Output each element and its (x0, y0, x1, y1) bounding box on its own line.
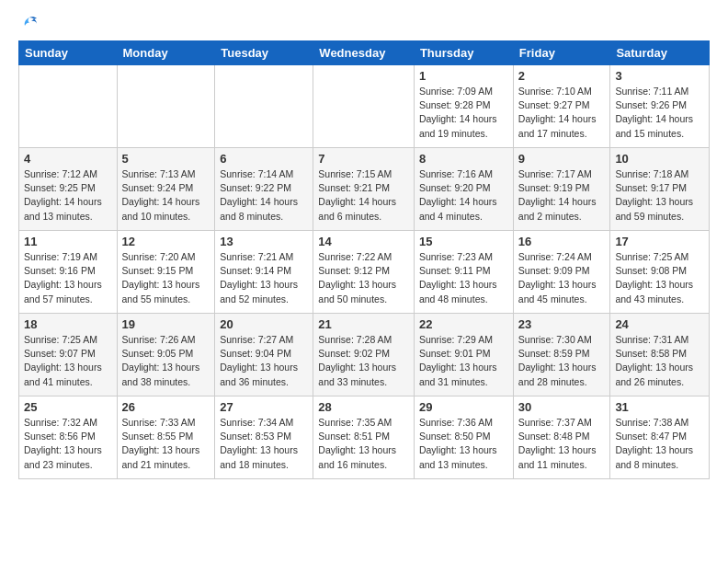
header-friday: Friday (513, 41, 610, 65)
day-info: Sunrise: 7:26 AM Sunset: 9:05 PM Dayligh… (122, 333, 210, 389)
day-number: 23 (518, 317, 606, 331)
day-info: Sunrise: 7:25 AM Sunset: 9:08 PM Dayligh… (615, 250, 704, 306)
day-number: 31 (615, 400, 704, 414)
calendar-cell: 26Sunrise: 7:33 AM Sunset: 8:55 PM Dayli… (117, 396, 215, 479)
calendar-cell: 29Sunrise: 7:36 AM Sunset: 8:50 PM Dayli… (414, 396, 513, 479)
day-number: 15 (419, 235, 508, 248)
calendar-cell (313, 65, 415, 148)
header-wednesday: Wednesday (313, 41, 415, 65)
calendar-cell (19, 65, 118, 148)
day-info: Sunrise: 7:32 AM Sunset: 8:56 PM Dayligh… (24, 416, 112, 472)
day-number: 2 (518, 69, 606, 83)
day-info: Sunrise: 7:27 AM Sunset: 9:04 PM Dayligh… (220, 333, 308, 389)
day-number: 22 (419, 317, 508, 331)
day-info: Sunrise: 7:15 AM Sunset: 9:21 PM Dayligh… (318, 167, 409, 224)
week-row-2: 11Sunrise: 7:19 AM Sunset: 9:16 PM Dayli… (19, 231, 710, 314)
calendar-cell: 30Sunrise: 7:37 AM Sunset: 8:48 PM Dayli… (513, 396, 610, 479)
calendar-cell: 3Sunrise: 7:11 AM Sunset: 9:26 PM Daylig… (610, 65, 710, 148)
day-number: 7 (318, 152, 409, 166)
day-info: Sunrise: 7:29 AM Sunset: 9:01 PM Dayligh… (419, 333, 508, 389)
day-info: Sunrise: 7:16 AM Sunset: 9:20 PM Dayligh… (419, 167, 508, 224)
calendar-cell: 4Sunrise: 7:12 AM Sunset: 9:25 PM Daylig… (19, 148, 118, 231)
day-number: 26 (122, 400, 210, 414)
day-info: Sunrise: 7:34 AM Sunset: 8:53 PM Dayligh… (220, 416, 308, 472)
day-number: 18 (24, 317, 112, 331)
day-info: Sunrise: 7:10 AM Sunset: 9:27 PM Dayligh… (518, 85, 606, 141)
day-info: Sunrise: 7:18 AM Sunset: 9:17 PM Dayligh… (615, 167, 704, 224)
calendar-cell: 31Sunrise: 7:38 AM Sunset: 8:47 PM Dayli… (610, 396, 710, 479)
day-info: Sunrise: 7:30 AM Sunset: 8:59 PM Dayligh… (518, 333, 606, 389)
calendar-cell: 15Sunrise: 7:23 AM Sunset: 9:11 PM Dayli… (414, 231, 513, 314)
calendar-cell: 20Sunrise: 7:27 AM Sunset: 9:04 PM Dayli… (215, 314, 313, 396)
calendar-cell (117, 65, 215, 148)
day-number: 12 (122, 235, 210, 248)
header-row: SundayMondayTuesdayWednesdayThursdayFrid… (19, 41, 710, 65)
calendar-table: SundayMondayTuesdayWednesdayThursdayFrid… (18, 40, 710, 479)
day-number: 14 (318, 235, 409, 248)
calendar-cell: 19Sunrise: 7:26 AM Sunset: 9:05 PM Dayli… (117, 314, 215, 396)
calendar-cell: 10Sunrise: 7:18 AM Sunset: 9:17 PM Dayli… (610, 148, 710, 231)
day-number: 1 (419, 69, 508, 83)
day-info: Sunrise: 7:22 AM Sunset: 9:12 PM Dayligh… (318, 250, 409, 306)
calendar-cell: 17Sunrise: 7:25 AM Sunset: 9:08 PM Dayli… (610, 231, 710, 314)
day-number: 8 (419, 152, 508, 166)
day-number: 20 (220, 317, 308, 331)
day-number: 6 (220, 152, 308, 166)
day-info: Sunrise: 7:23 AM Sunset: 9:11 PM Dayligh… (419, 250, 508, 306)
day-info: Sunrise: 7:21 AM Sunset: 9:14 PM Dayligh… (220, 250, 308, 306)
logo (18, 15, 39, 33)
calendar-body: 1Sunrise: 7:09 AM Sunset: 9:28 PM Daylig… (19, 65, 710, 479)
day-number: 28 (318, 400, 409, 414)
calendar-cell: 25Sunrise: 7:32 AM Sunset: 8:56 PM Dayli… (19, 396, 118, 479)
day-info: Sunrise: 7:13 AM Sunset: 9:24 PM Dayligh… (122, 167, 210, 224)
day-number: 11 (24, 235, 112, 248)
header-thursday: Thursday (414, 41, 513, 65)
calendar-cell: 27Sunrise: 7:34 AM Sunset: 8:53 PM Dayli… (215, 396, 313, 479)
week-row-0: 1Sunrise: 7:09 AM Sunset: 9:28 PM Daylig… (19, 65, 710, 148)
week-row-3: 18Sunrise: 7:25 AM Sunset: 9:07 PM Dayli… (19, 314, 710, 396)
page: SundayMondayTuesdayWednesdayThursdayFrid… (0, 0, 728, 494)
header-monday: Monday (117, 41, 215, 65)
day-number: 16 (518, 235, 606, 248)
day-number: 17 (615, 235, 704, 248)
day-number: 13 (220, 235, 308, 248)
calendar-cell: 2Sunrise: 7:10 AM Sunset: 9:27 PM Daylig… (513, 65, 610, 148)
day-info: Sunrise: 7:35 AM Sunset: 8:51 PM Dayligh… (318, 416, 409, 472)
calendar-cell: 11Sunrise: 7:19 AM Sunset: 9:16 PM Dayli… (19, 231, 118, 314)
calendar-cell: 24Sunrise: 7:31 AM Sunset: 8:58 PM Dayli… (610, 314, 710, 396)
calendar-cell: 21Sunrise: 7:28 AM Sunset: 9:02 PM Dayli… (313, 314, 415, 396)
day-number: 29 (419, 400, 508, 414)
day-number: 10 (615, 152, 704, 166)
calendar-cell: 22Sunrise: 7:29 AM Sunset: 9:01 PM Dayli… (414, 314, 513, 396)
calendar-cell: 7Sunrise: 7:15 AM Sunset: 9:21 PM Daylig… (313, 148, 415, 231)
day-info: Sunrise: 7:14 AM Sunset: 9:22 PM Dayligh… (220, 167, 308, 224)
day-number: 21 (318, 317, 409, 331)
day-number: 25 (24, 400, 112, 414)
calendar-cell: 6Sunrise: 7:14 AM Sunset: 9:22 PM Daylig… (215, 148, 313, 231)
header (18, 15, 710, 33)
day-number: 19 (122, 317, 210, 331)
day-info: Sunrise: 7:09 AM Sunset: 9:28 PM Dayligh… (419, 85, 508, 141)
calendar-cell: 14Sunrise: 7:22 AM Sunset: 9:12 PM Dayli… (313, 231, 415, 314)
calendar-cell: 1Sunrise: 7:09 AM Sunset: 9:28 PM Daylig… (414, 65, 513, 148)
header-saturday: Saturday (610, 41, 710, 65)
day-info: Sunrise: 7:11 AM Sunset: 9:26 PM Dayligh… (615, 85, 704, 141)
day-number: 4 (24, 152, 112, 166)
day-number: 27 (220, 400, 308, 414)
day-info: Sunrise: 7:12 AM Sunset: 9:25 PM Dayligh… (24, 167, 112, 224)
day-number: 5 (122, 152, 210, 166)
day-number: 3 (615, 69, 704, 83)
day-info: Sunrise: 7:28 AM Sunset: 9:02 PM Dayligh… (318, 333, 409, 389)
calendar-cell: 13Sunrise: 7:21 AM Sunset: 9:14 PM Dayli… (215, 231, 313, 314)
day-number: 24 (615, 317, 704, 331)
day-info: Sunrise: 7:33 AM Sunset: 8:55 PM Dayligh… (122, 416, 210, 472)
day-info: Sunrise: 7:24 AM Sunset: 9:09 PM Dayligh… (518, 250, 606, 306)
logo-bird-icon (20, 15, 39, 33)
calendar-cell: 16Sunrise: 7:24 AM Sunset: 9:09 PM Dayli… (513, 231, 610, 314)
day-info: Sunrise: 7:20 AM Sunset: 9:15 PM Dayligh… (122, 250, 210, 306)
calendar-cell: 12Sunrise: 7:20 AM Sunset: 9:15 PM Dayli… (117, 231, 215, 314)
header-tuesday: Tuesday (215, 41, 313, 65)
calendar-cell: 28Sunrise: 7:35 AM Sunset: 8:51 PM Dayli… (313, 396, 415, 479)
day-number: 9 (518, 152, 606, 166)
day-info: Sunrise: 7:31 AM Sunset: 8:58 PM Dayligh… (615, 333, 704, 389)
